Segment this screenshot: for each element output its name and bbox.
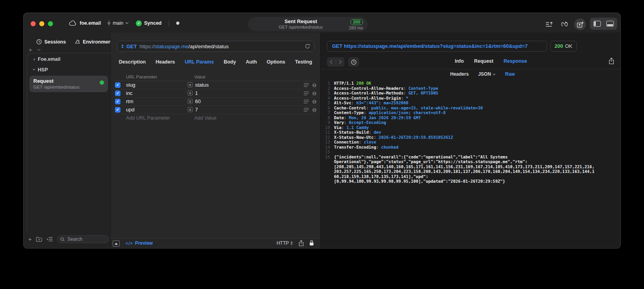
line-content: Vary: Accept-Encoding: [334, 120, 386, 125]
share-icon[interactable]: [299, 240, 304, 246]
chevron-right-icon: ›: [33, 56, 35, 62]
lock-icon[interactable]: [309, 240, 314, 246]
param-value[interactable]: 7: [195, 107, 198, 113]
line-number: 6: [321, 105, 330, 111]
tab-headers[interactable]: Headers: [155, 59, 175, 65]
row-options-icon[interactable]: [304, 108, 309, 112]
request-response-panel-icon[interactable]: [574, 18, 586, 30]
code-line: 6Cache-Control: public, max-age=15, stal…: [321, 105, 620, 111]
remove-param-icon[interactable]: ⊖: [312, 82, 317, 88]
zoom-window-button[interactable]: [48, 21, 53, 26]
preview-button[interactable]: </> Preview: [126, 240, 153, 246]
tab-response[interactable]: Response: [504, 58, 527, 64]
minimize-window-button[interactable]: [39, 21, 44, 26]
project-name[interactable]: foe.email: [80, 20, 101, 26]
sent-request-pill[interactable]: Sent Request GET /api/embed/status 200 2…: [248, 17, 368, 31]
tab-description[interactable]: Description: [119, 59, 146, 65]
remove-session-button[interactable]: −: [37, 47, 41, 52]
preview-label: Preview: [135, 240, 153, 246]
export-response-icon[interactable]: [609, 58, 614, 64]
url-scheme: https://: [140, 44, 155, 49]
line-number: 3: [321, 91, 330, 96]
line-number: 9: [321, 120, 330, 125]
forward-button[interactable]: [336, 57, 345, 67]
param-row: ✓inc=1⊖: [113, 89, 317, 98]
param-name[interactable]: inc: [126, 90, 133, 96]
flow-icon[interactable]: [559, 19, 569, 29]
line-content: [208,205,145,298,443,140,160,165,171,161…: [334, 164, 595, 169]
remove-param-icon[interactable]: ⊖: [312, 98, 317, 105]
add-param-row[interactable]: Add URL Parameter Add Value: [113, 114, 317, 122]
sent-request-line[interactable]: GET https://statuspage.me/api/embed/stat…: [327, 41, 547, 52]
back-button[interactable]: [327, 57, 336, 67]
add-request-button[interactable]: +: [28, 236, 32, 242]
protocol-selector[interactable]: HTTP: [277, 240, 293, 246]
param-name[interactable]: rtm: [126, 98, 133, 104]
toggle-bottom-panel-icon[interactable]: [606, 21, 614, 27]
code-line: 60,218,159,138,178,135,173,141],"upd":: [321, 174, 620, 179]
subtab-headers[interactable]: Headers: [450, 71, 469, 77]
request-url-bar[interactable]: GET https://statuspage.me/api/embed/stat…: [117, 41, 314, 52]
git-branch-icon: [107, 20, 111, 26]
tab-body[interactable]: Body: [224, 59, 236, 65]
row-options-icon[interactable]: [304, 83, 309, 87]
line-number: 12: [321, 135, 330, 140]
line-content: Operational"},"page":"status","page_url"…: [334, 159, 527, 164]
tab-info[interactable]: Info: [455, 58, 464, 64]
remove-param-icon[interactable]: ⊖: [312, 107, 317, 113]
row-options-icon[interactable]: [304, 91, 309, 95]
remove-param-icon[interactable]: ⊖: [312, 90, 317, 96]
tree-group-foe-email[interactable]: › Foe.email: [27, 54, 110, 64]
param-row: ✓slug=status⊖: [113, 81, 317, 89]
method-stepper-icon[interactable]: [121, 44, 124, 48]
sync-status[interactable]: ✓ Synced: [136, 20, 161, 26]
import-export-icon[interactable]: [544, 19, 555, 29]
line-number: 10: [321, 125, 330, 130]
subtab-raw[interactable]: Raw: [505, 71, 515, 77]
row-options-icon[interactable]: [304, 100, 309, 104]
branch-selector[interactable]: main: [107, 20, 129, 26]
resend-request-icon[interactable]: [305, 43, 310, 49]
tab-testing[interactable]: Testing: [295, 59, 312, 65]
param-value[interactable]: 1: [195, 90, 198, 96]
add-param-placeholder[interactable]: Add URL Parameter: [126, 115, 170, 121]
line-content: HTTP/1.1 200 OK: [334, 81, 371, 86]
tree-group-hsp[interactable]: › HSP: [27, 65, 110, 75]
toggle-sidebar-icon[interactable]: [593, 21, 601, 27]
sidebar-item-request[interactable]: Request GET /api/embed/status: [29, 76, 108, 92]
expand-editor-icon[interactable]: [113, 240, 120, 247]
param-row: ✓upd=7⊖: [113, 106, 317, 114]
line-number: 7: [321, 110, 330, 115]
param-name[interactable]: upd: [126, 107, 135, 113]
add-session-button[interactable]: +: [29, 47, 32, 52]
param-checkbox[interactable]: ✓: [115, 91, 120, 96]
response-raw-view[interactable]: 1HTTP/1.1 200 OK2Access-Control-Allow-He…: [321, 79, 620, 248]
code-line: Operational"},"page":"status","page_url"…: [321, 159, 620, 164]
tab-request[interactable]: Request: [474, 58, 493, 64]
add-value-placeholder[interactable]: Add Value: [194, 115, 217, 121]
request-url[interactable]: https://statuspage.me/api/embed/status: [140, 44, 229, 49]
param-value[interactable]: status: [195, 82, 209, 88]
tab-environments[interactable]: Environments: [75, 39, 115, 45]
history-clock-icon: [36, 39, 42, 45]
subtab-json[interactable]: JSON: [478, 71, 496, 77]
close-window-button[interactable]: [31, 21, 36, 26]
search-input[interactable]: [67, 236, 108, 242]
new-folder-icon[interactable]: [36, 236, 42, 242]
unsaved-indicator-dot: [176, 22, 179, 25]
timing-button[interactable]: [348, 57, 359, 67]
group-list-icon[interactable]: [46, 237, 53, 242]
tab-auth[interactable]: Auth: [246, 59, 257, 65]
tab-options[interactable]: Options: [267, 59, 285, 65]
param-name[interactable]: slug: [126, 82, 135, 88]
tab-sessions[interactable]: Sessions: [36, 39, 66, 45]
param-checkbox[interactable]: ✓: [115, 99, 120, 104]
param-value[interactable]: 60: [195, 98, 201, 104]
param-checkbox[interactable]: ✓: [115, 82, 120, 88]
line-number: 15: [321, 149, 330, 154]
code-line: 15: [321, 149, 620, 154]
param-checkbox[interactable]: ✓: [115, 107, 120, 113]
method-label[interactable]: GET: [126, 44, 137, 49]
search-field[interactable]: [57, 235, 109, 243]
tab-url-params[interactable]: URL Params: [185, 59, 214, 65]
